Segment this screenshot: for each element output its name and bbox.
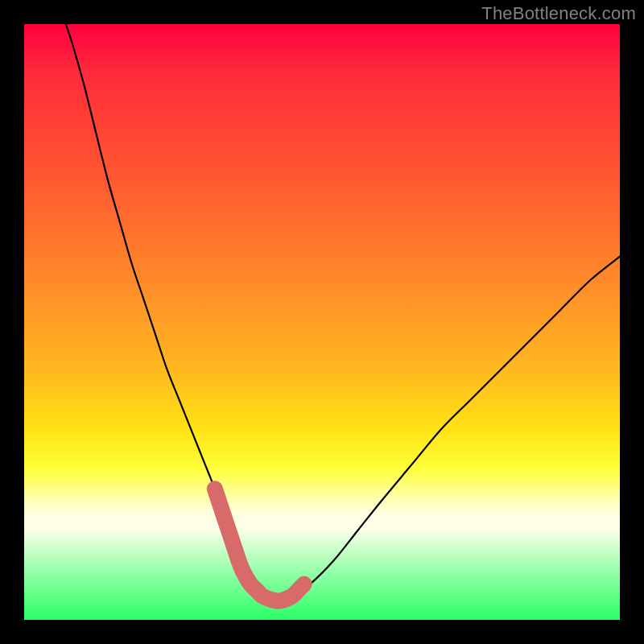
bottleneck-curve	[24, 24, 620, 620]
chart-stage: TheBottleneck.com	[0, 0, 644, 644]
watermark-text: TheBottleneck.com	[481, 3, 636, 24]
plot-background	[24, 24, 620, 620]
optimal-range-highlight	[24, 24, 620, 620]
